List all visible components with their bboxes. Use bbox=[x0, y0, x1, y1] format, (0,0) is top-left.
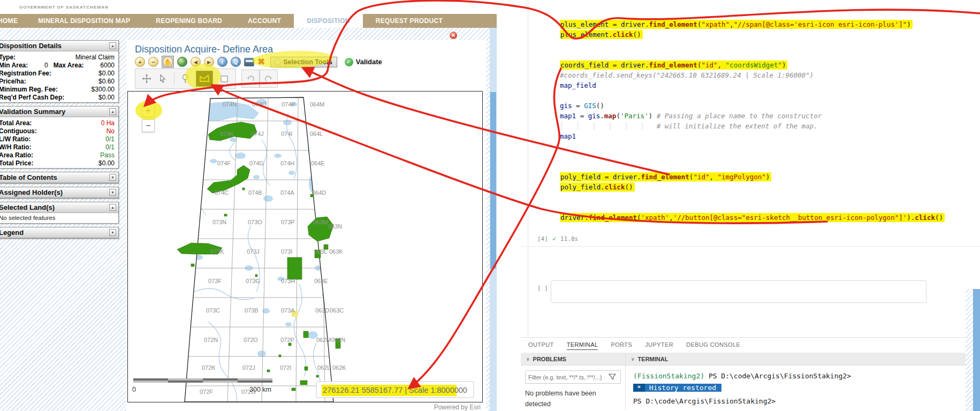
collapse-toggle-icon[interactable]: ▾ bbox=[109, 229, 116, 236]
terminal-body[interactable]: (FissionStaking2) PS D:\code\Arcgis\Fiss… bbox=[626, 366, 980, 407]
identify-icon[interactable]: Q bbox=[231, 57, 241, 67]
code-token: driver bbox=[560, 214, 584, 222]
nav-item-reopening-board[interactable]: REOPENING BOARD bbox=[143, 14, 235, 28]
zoom-in-tool-icon[interactable]: + bbox=[135, 57, 145, 67]
map-zoom-in-button[interactable]: + bbox=[142, 104, 155, 117]
code-line[interactable] bbox=[560, 92, 945, 102]
collapse-toggle-icon[interactable]: ▾ bbox=[109, 174, 116, 181]
map-canvas[interactable]: 074N074O074P064M074K074J074I064L074F074G… bbox=[128, 92, 482, 402]
main-content: Disposition Acquire- Define Area + − ✋ ◄… bbox=[126, 40, 486, 411]
collapse-toggle-icon[interactable]: ▴ bbox=[109, 204, 116, 211]
browser-scrollbar[interactable] bbox=[490, 28, 497, 411]
panel-tab-jupyter[interactable]: JUPYTER bbox=[645, 341, 673, 350]
zoom-next-icon[interactable]: ► bbox=[204, 57, 214, 67]
panel-tab-debug-console[interactable]: DEBUG CONSOLE bbox=[686, 341, 740, 350]
selection-tools-button[interactable]: Selection Tools bbox=[270, 57, 337, 67]
terminal-header[interactable]: ∨ TERMINAL bbox=[626, 353, 980, 366]
browser-window: GOVERNMENT OF SASKATCHEWAN HOMEMINERAL D… bbox=[0, 0, 497, 411]
scrollbar-thumb[interactable] bbox=[490, 92, 496, 269]
code-line[interactable]: poly_field.click() bbox=[560, 183, 945, 193]
powered-by-esri: Powered by Esri bbox=[434, 404, 481, 411]
panel-header[interactable]: Assigned Holder(s)▾ bbox=[0, 187, 118, 198]
svg-text:074H: 074H bbox=[280, 160, 294, 166]
panel-tab-ports[interactable]: PORTS bbox=[611, 341, 632, 350]
code-line[interactable]: map_field bbox=[560, 81, 945, 92]
code-token: gis bbox=[560, 102, 572, 110]
code-line[interactable]: coords_field = driver.find_element("id",… bbox=[560, 61, 945, 71]
error-badge-icon[interactable]: ✕ bbox=[450, 32, 457, 39]
nav-item-request-product[interactable]: REQUEST PRODUCT bbox=[363, 14, 455, 28]
row-value: $0.00 bbox=[98, 94, 115, 101]
info-icon[interactable]: i bbox=[217, 57, 227, 67]
select-cursor-icon[interactable] bbox=[158, 74, 168, 83]
code-line[interactable]: driver.find_element('xpath','//button[@c… bbox=[560, 214, 945, 224]
svg-text:074I: 074I bbox=[281, 131, 292, 137]
code-line[interactable]: #coords_field.send_keys("242665.10 63216… bbox=[560, 71, 945, 81]
code-line[interactable] bbox=[560, 51, 945, 61]
code-line[interactable]: map1 bbox=[560, 132, 945, 142]
zoom-previous-icon[interactable]: ◄ bbox=[191, 57, 201, 67]
code-token: "coordsWidget" bbox=[726, 61, 782, 69]
code-token: map bbox=[604, 112, 617, 120]
empty-notebook-cell[interactable] bbox=[551, 280, 926, 303]
pan-tool-selected[interactable]: ✋ bbox=[162, 56, 174, 68]
notebook-code-cell[interactable]: plus_element = driver.find_element("xpat… bbox=[560, 20, 945, 224]
polygon-tool-button[interactable] bbox=[196, 71, 213, 87]
rectangle-tool-icon[interactable] bbox=[219, 74, 229, 83]
nav-item-mineral-disposition-map[interactable]: MINERAL DISPOSITION MAP bbox=[25, 14, 143, 28]
code-token: . bbox=[600, 112, 604, 120]
panel-header[interactable]: Table of Contents▾ bbox=[0, 172, 118, 183]
move-tool-icon[interactable] bbox=[142, 74, 151, 83]
svg-text:074A: 074A bbox=[280, 189, 294, 196]
code-line[interactable]: plus_element = driver.find_element("xpat… bbox=[560, 20, 945, 31]
code-line[interactable] bbox=[560, 142, 945, 153]
print-icon[interactable] bbox=[244, 58, 254, 66]
code-line[interactable]: plus_element.click() bbox=[560, 31, 945, 41]
map-zoom-out-button[interactable]: − bbox=[142, 119, 155, 132]
panel-header[interactable]: Legend▾ bbox=[0, 227, 118, 238]
screen: GOVERNMENT OF SASKATCHEWAN HOMEMINERAL D… bbox=[0, 0, 980, 411]
chevron-down-icon: ∨ bbox=[631, 356, 635, 362]
code-line[interactable]: map1 = gis.map('Paris') # Passing a plac… bbox=[560, 112, 945, 122]
collapse-toggle-icon[interactable]: ▾ bbox=[109, 189, 116, 196]
problems-filter-input[interactable] bbox=[528, 374, 609, 380]
row-value: Pass bbox=[100, 151, 115, 159]
problems-filter[interactable] bbox=[525, 370, 621, 384]
nav-item-account[interactable]: ACCOUNT bbox=[235, 14, 294, 28]
nav-item-home[interactable]: HOME bbox=[0, 14, 25, 28]
panel-header[interactable]: Disposition Details▴ bbox=[0, 41, 118, 51]
code-line[interactable]: gis = GIS() bbox=[560, 102, 945, 112]
panel-header[interactable]: Validation Summary▴ bbox=[0, 106, 118, 117]
main-nav: HOMEMINERAL DISPOSITION MAPREOPENING BOA… bbox=[0, 14, 497, 28]
code-line[interactable] bbox=[560, 193, 945, 203]
code-token: map1 bbox=[560, 112, 576, 120]
point-tool-icon[interactable] bbox=[181, 73, 189, 84]
code-token: ( bbox=[637, 214, 641, 222]
code-line[interactable]: │ │ │ │ │ │ # will initialize the extent… bbox=[560, 122, 945, 132]
full-extent-globe-icon[interactable] bbox=[177, 57, 187, 67]
panel-tab-terminal[interactable]: TERMINAL bbox=[567, 341, 598, 350]
code-line[interactable] bbox=[560, 163, 945, 173]
collapse-toggle-icon[interactable]: ▴ bbox=[109, 42, 116, 49]
panel-header[interactable]: Selected Land(s)▴ bbox=[0, 202, 118, 213]
execution-time: 11.8s bbox=[560, 235, 578, 242]
zoom-out-tool-icon[interactable]: − bbox=[148, 57, 158, 67]
code-line[interactable]: poly_field = driver.find_element("id", "… bbox=[560, 173, 945, 183]
code-token: │ │ │ │ │ │ bbox=[560, 122, 657, 130]
panel-tab-output[interactable]: OUTPUT bbox=[528, 341, 554, 350]
nav-item-disposition[interactable]: DISPOSITION bbox=[294, 14, 363, 28]
problems-header[interactable]: ∨ PROBLEMS bbox=[521, 353, 625, 366]
clear-graphics-icon[interactable]: ✖ bbox=[257, 57, 265, 67]
problems-pane: ∨ PROBLEMS No problems have been detecte… bbox=[521, 353, 626, 409]
problems-header-label: PROBLEMS bbox=[533, 356, 566, 362]
undo-button[interactable] bbox=[241, 70, 260, 88]
code-line[interactable] bbox=[560, 203, 945, 214]
validate-button[interactable]: ✓ Validate bbox=[345, 58, 382, 66]
collapse-toggle-icon[interactable]: ▴ bbox=[109, 108, 116, 115]
success-check-icon: ✓ bbox=[552, 235, 556, 242]
redo-button[interactable] bbox=[260, 70, 278, 88]
code-line[interactable] bbox=[560, 153, 945, 163]
code-line[interactable] bbox=[560, 41, 945, 51]
code-token: = bbox=[576, 112, 588, 120]
sketch-toolbar bbox=[135, 68, 278, 89]
